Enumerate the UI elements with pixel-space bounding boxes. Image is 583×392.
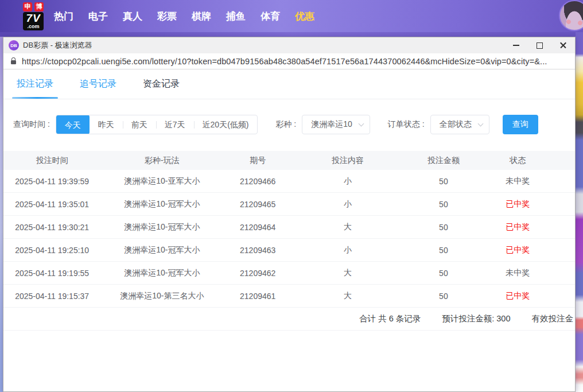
tab-fund-records[interactable]: 资金记录: [143, 78, 180, 90]
tab-bet-records[interactable]: 投注记录: [17, 78, 53, 90]
page-content: 投注记录 追号记录 资金记录 查询时间 : 今天 昨天 前天 近7天 近20天(…: [3, 69, 575, 391]
status-badge: 已中奖: [484, 291, 553, 301]
time-option-today[interactable]: 今天: [56, 115, 90, 134]
maximize-icon: [537, 42, 543, 49]
bet-amount: 50: [403, 269, 483, 278]
logo-7v-text: 7V: [26, 13, 40, 24]
table-row: 2025-04-11 19:35:01 澳洲幸运10-冠军大小 21209465…: [3, 193, 575, 216]
site-favicon-icon: DB: [9, 40, 19, 51]
issue: 21209462: [223, 269, 292, 278]
bet-content: 大: [292, 222, 403, 232]
header-game-play: 彩种-玩法: [100, 156, 223, 166]
nav-item-promos[interactable]: 优惠: [295, 10, 314, 23]
window-controls: [504, 37, 575, 53]
bet-content: 小: [292, 199, 403, 209]
nav-item-hot[interactable]: 热门: [54, 10, 73, 23]
header-issue: 期号: [223, 156, 292, 166]
valid-bet-amount: 有效投注金: [532, 313, 574, 324]
bet-time: 2025-04-11 19:15:37: [3, 292, 100, 301]
issue: 21209466: [223, 177, 292, 186]
bet-time: 2025-04-11 19:35:01: [3, 200, 100, 209]
bet-amount: 50: [403, 292, 483, 301]
order-status-select[interactable]: 全部状态: [430, 115, 489, 134]
lock-icon: [11, 60, 16, 64]
close-button[interactable]: [551, 37, 575, 53]
order-status-filter-label: 订单状态 :: [388, 119, 425, 130]
chevron-down-icon: [358, 121, 364, 126]
browser-window: DB DB彩票 - 极速浏览器 https://ctopcp02pcali.ue…: [3, 37, 576, 392]
issue: 21209461: [223, 292, 292, 301]
game-play: 澳洲幸运10-亚军大小: [100, 176, 223, 187]
nav-item-cards[interactable]: 棋牌: [192, 10, 211, 23]
minimize-icon: [513, 45, 519, 46]
table-summary-row: 合计 共 6 条记录 预计投注金额: 300 有效投注金: [3, 308, 575, 331]
tab-chase-records[interactable]: 追号记录: [80, 78, 116, 90]
lottery-select[interactable]: 澳洲幸运10: [302, 115, 370, 134]
logo-7v-block: 7V .com: [23, 12, 43, 30]
table-row: 2025-04-11 19:30:21 澳洲幸运10-冠军大小 21209464…: [3, 216, 575, 239]
url-text[interactable]: https://ctopcp02pcali.uengi5e.com/lotter…: [22, 57, 547, 66]
search-button[interactable]: 查询: [503, 115, 538, 134]
issue: 21209463: [223, 246, 292, 255]
lottery-filter-label: 彩种 :: [275, 119, 296, 130]
time-option-last-20-days[interactable]: 近20天(低频): [194, 115, 258, 134]
table-row: 2025-04-11 19:25:10 澳洲幸运10-冠军大小 21209463…: [3, 239, 575, 262]
logo-badge-bo: 博: [34, 2, 44, 11]
time-option-last-7-days[interactable]: 近7天: [156, 115, 194, 134]
nav-item-fishing[interactable]: 捕鱼: [226, 10, 246, 23]
table-row: 2025-04-11 19:19:55 澳洲幸运10-冠军大小 21209462…: [3, 262, 575, 285]
time-option-day-before[interactable]: 前天: [123, 115, 156, 134]
bet-records-table: 投注时间 彩种-玩法 期号 投注内容 投注金额 状态 2025-04-11 19…: [3, 151, 575, 331]
total-records: 合计 共 6 条记录: [359, 313, 421, 324]
issue: 21209465: [223, 200, 292, 209]
time-filter-label: 查询时间 :: [13, 119, 50, 130]
status-badge: 未中奖: [484, 176, 553, 187]
bet-content: 大: [292, 268, 403, 278]
bet-content: 小: [292, 245, 403, 255]
order-status-select-value: 全部状态: [440, 119, 472, 130]
record-tabs: 投注记录 追号记录 资金记录: [3, 69, 575, 99]
lottery-select-value: 澳洲幸运10: [311, 119, 352, 130]
site-header: 申 博 7V .com 热门 电子 真人 彩票 棋牌 捕鱼 体育 优惠: [0, 0, 583, 32]
table-row: 2025-04-11 19:15:37 澳洲幸运10-第三名大小 2120946…: [3, 285, 575, 308]
issue: 21209464: [223, 223, 292, 232]
time-option-yesterday[interactable]: 昨天: [90, 115, 123, 134]
status-badge: 已中奖: [484, 199, 553, 209]
bet-amount: 50: [403, 200, 483, 209]
bet-time: 2025-04-11 19:25:10: [3, 246, 100, 255]
chevron-down-icon: [477, 121, 483, 126]
main-nav: 热门 电子 真人 彩票 棋牌 捕鱼 体育 优惠: [54, 10, 314, 23]
maximize-button[interactable]: [528, 37, 551, 53]
nav-item-slots[interactable]: 电子: [88, 10, 108, 23]
expected-bet-amount: 预计投注金额: 300: [442, 313, 510, 324]
header-bet-amount: 投注金额: [403, 156, 483, 166]
table-row: 2025-04-11 19:39:59 澳洲幸运10-亚军大小 21209466…: [3, 170, 575, 193]
site-logo[interactable]: 申 博 7V .com: [23, 2, 44, 30]
nav-item-lottery[interactable]: 彩票: [157, 10, 177, 23]
bet-amount: 50: [403, 246, 483, 255]
game-play: 澳洲幸运10-冠军大小: [100, 222, 223, 232]
status-badge: 已中奖: [484, 222, 553, 232]
table-header-row: 投注时间 彩种-玩法 期号 投注内容 投注金额 状态: [3, 151, 575, 170]
game-play: 澳洲幸运10-第三名大小: [100, 291, 223, 301]
logo-badges: 申 博: [23, 2, 44, 11]
nav-item-sports[interactable]: 体育: [261, 10, 280, 23]
page-background-right-sliver: [576, 32, 583, 392]
user-avatar[interactable]: [559, 0, 583, 31]
screen: { "site": { "logo": { "badge1": "申", "ba…: [0, 0, 583, 392]
browser-titlebar[interactable]: DB DB彩票 - 极速浏览器: [3, 37, 575, 53]
header-bet-content: 投注内容: [292, 156, 403, 166]
nav-item-live[interactable]: 真人: [123, 10, 142, 23]
close-icon: [559, 42, 567, 49]
bet-time: 2025-04-11 19:19:55: [3, 269, 100, 278]
header-bet-time: 投注时间: [3, 156, 100, 166]
window-title: DB彩票 - 极速浏览器: [23, 40, 92, 51]
game-play: 澳洲幸运10-冠军大小: [100, 245, 223, 255]
time-filter-group: 今天 昨天 前天 近7天 近20天(低频): [56, 115, 258, 134]
header-status: 状态: [484, 156, 553, 166]
browser-urlbar[interactable]: https://ctopcp02pcali.uengi5e.com/lotter…: [3, 53, 575, 69]
bet-content: 大: [292, 291, 403, 301]
minimize-button[interactable]: [504, 37, 528, 53]
status-badge: 已中奖: [484, 245, 553, 255]
game-play: 澳洲幸运10-冠军大小: [100, 268, 223, 278]
